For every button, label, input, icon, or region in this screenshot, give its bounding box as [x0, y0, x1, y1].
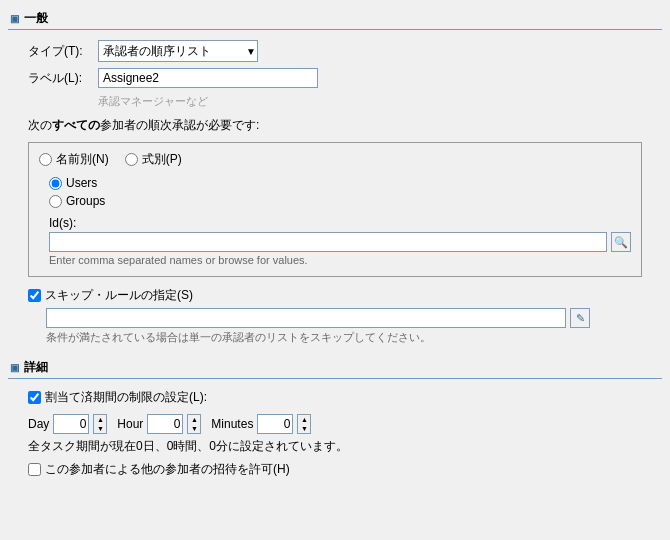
radio-users[interactable] — [49, 177, 62, 190]
hour-input[interactable] — [147, 414, 183, 434]
general-section-header: ▣ 一般 — [8, 8, 662, 30]
radio-formula[interactable] — [125, 153, 138, 166]
day-spinner: ▲ ▼ — [93, 414, 107, 434]
users-option[interactable]: Users — [49, 176, 631, 190]
invite-checkbox[interactable] — [28, 463, 41, 476]
ids-label: Id(s): — [49, 216, 631, 230]
ids-hint: Enter comma separated names or browse fo… — [49, 254, 631, 266]
general-section: ▣ 一般 タイプ(T): 承認者の順序リスト ▼ ラベル(L): 承認マネージャ… — [8, 8, 662, 345]
skip-hint: 条件が満たされている場合は単一の承認者のリストをスキップしてください。 — [8, 330, 662, 345]
collapse-icon[interactable]: ▣ — [8, 13, 20, 25]
type-select[interactable]: 承認者の順序リスト — [98, 40, 258, 62]
radio-groups[interactable] — [49, 195, 62, 208]
total-text: 全タスク期間が現在0日、0時間、0分に設定されています。 — [8, 438, 662, 455]
browse-icon: 🔍 — [614, 236, 628, 249]
details-section-title: 詳細 — [24, 359, 48, 376]
skip-rule-row: スキップ・ルールの指定(S) — [8, 287, 662, 304]
description-text: 次のすべての参加者の順次承認が必要です: — [8, 117, 662, 134]
details-section: ▣ 詳細 割当て済期間の制限の設定(L): Day ▲ ▼ Hour ▲ ▼ M… — [8, 357, 662, 478]
day-label: Day — [28, 417, 49, 431]
minutes-input[interactable] — [257, 414, 293, 434]
type-select-wrapper: 承認者の順序リスト ▼ — [98, 40, 258, 62]
spinbox-row: Day ▲ ▼ Hour ▲ ▼ Minutes ▲ ▼ — [8, 414, 662, 434]
day-input[interactable] — [53, 414, 89, 434]
radio-formula-label[interactable]: 式別(P) — [125, 151, 182, 168]
label-row: ラベル(L): — [8, 68, 662, 88]
ids-row: Id(s): 🔍 Enter comma separated names or … — [39, 216, 631, 266]
deadline-label: 割当て済期間の制限の設定(L): — [45, 389, 207, 406]
invite-row: この参加者による他の参加者の招待を許可(H) — [8, 461, 662, 478]
browse-button[interactable]: 🔍 — [611, 232, 631, 252]
type-label: タイプ(T): — [28, 43, 98, 60]
hour-spinner: ▲ ▼ — [187, 414, 201, 434]
edit-button[interactable]: ✎ — [570, 308, 590, 328]
day-spin-down[interactable]: ▼ — [94, 424, 106, 433]
hour-spin-down[interactable]: ▼ — [188, 424, 200, 433]
ids-input[interactable] — [49, 232, 607, 252]
hour-label: Hour — [117, 417, 143, 431]
minutes-spin-up[interactable]: ▲ — [298, 415, 310, 424]
skip-rule-label: スキップ・ルールの指定(S) — [45, 287, 193, 304]
label-field-label: ラベル(L): — [28, 70, 98, 87]
hour-spin-up[interactable]: ▲ — [188, 415, 200, 424]
label-input[interactable] — [98, 68, 318, 88]
edit-icon: ✎ — [576, 312, 585, 325]
user-group-options: Users Groups — [39, 176, 631, 208]
details-section-header: ▣ 詳細 — [8, 357, 662, 379]
details-collapse-icon[interactable]: ▣ — [8, 362, 20, 374]
radio-name-label[interactable]: 名前別(N) — [39, 151, 109, 168]
ids-input-row: 🔍 — [49, 232, 631, 252]
skip-input-row: ✎ — [8, 308, 662, 328]
radio-name[interactable] — [39, 153, 52, 166]
type-row: タイプ(T): 承認者の順序リスト ▼ — [8, 40, 662, 62]
minutes-label: Minutes — [211, 417, 253, 431]
label-hint: 承認マネージャーなど — [8, 94, 662, 109]
groups-option[interactable]: Groups — [49, 194, 631, 208]
deadline-checkbox[interactable] — [28, 391, 41, 404]
skip-rule-checkbox[interactable] — [28, 289, 41, 302]
skip-rule-input[interactable] — [46, 308, 566, 328]
general-section-title: 一般 — [24, 10, 48, 27]
minutes-spinner: ▲ ▼ — [297, 414, 311, 434]
groupbox-legend: 名前別(N) 式別(P) — [39, 151, 631, 168]
minutes-spin-down[interactable]: ▼ — [298, 424, 310, 433]
day-spin-up[interactable]: ▲ — [94, 415, 106, 424]
deadline-row: 割当て済期間の制限の設定(L): — [8, 389, 662, 406]
assignee-groupbox: 名前別(N) 式別(P) Users Groups Id(s): 🔍 — [28, 142, 642, 277]
invite-label: この参加者による他の参加者の招待を許可(H) — [45, 461, 290, 478]
